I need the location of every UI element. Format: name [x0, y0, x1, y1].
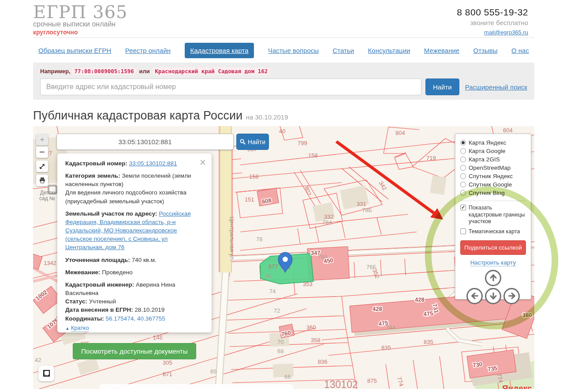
map-label: 130102 [324, 379, 358, 389]
map-label: 74А [386, 324, 396, 331]
map-label: 875 [367, 377, 377, 384]
area-label: Уточненная площадь: [65, 257, 130, 263]
email-link[interactable]: mail@egrp365.ru [484, 29, 528, 36]
arrow-right-icon [507, 291, 516, 300]
base-layer-option[interactable]: Карта 2GIS [460, 155, 526, 164]
measure-button[interactable] [38, 366, 54, 381]
map-label: 65 [210, 368, 216, 375]
map-label: Детски [40, 190, 57, 196]
nav-item[interactable]: Образец выписки ЕГРН [38, 47, 111, 54]
map-label: сад № [39, 195, 55, 202]
zoom-out-button[interactable]: − [36, 146, 48, 158]
base-layer-label: Спутник Яндекс [469, 173, 513, 179]
radio-icon [460, 182, 466, 187]
expand-icon [39, 163, 45, 170]
base-layer-label: OpenStreetMap [469, 164, 511, 171]
map-label: 74 [269, 288, 276, 295]
arrow-left-icon [470, 291, 479, 300]
land-use-value: Для ведения личного подсобного хозяйства… [65, 189, 186, 204]
base-layer-option[interactable]: Спутник Google [460, 180, 526, 189]
base-layer-label: Карта Google [469, 148, 505, 154]
overlay-option[interactable]: Тематическая карта [460, 228, 526, 235]
address-search-input[interactable] [40, 78, 421, 95]
base-layer-option[interactable]: Спутник Яндекс [460, 172, 526, 180]
configure-map-link[interactable]: Настроить карту [470, 259, 516, 266]
pan-right-button[interactable] [503, 288, 520, 304]
view-documents-button[interactable]: Посмотреть доступные документы [73, 343, 196, 359]
contact-block: 8 800 555-19-32 звоните бесплатно mail@e… [457, 3, 534, 36]
zoom-in-button[interactable]: + [36, 134, 48, 146]
map-label: 735 [487, 365, 498, 373]
parcel-info-popup: ✕ Кадастровый номер: 33:05:130102:881 Ка… [57, 153, 212, 332]
map-label: 158 [308, 152, 318, 159]
print-button[interactable] [36, 175, 48, 186]
search-icon [240, 139, 246, 145]
coords-link[interactable]: 56.175474, 40.367755 [106, 315, 165, 322]
close-icon[interactable]: ✕ [199, 157, 206, 169]
nav-item[interactable]: Консультации [368, 47, 410, 54]
base-layer-option[interactable]: OpenStreetMap [460, 164, 526, 172]
arrow-up-icon [489, 273, 498, 282]
map-label: 78Б [362, 207, 372, 213]
map-label: 719 [426, 155, 436, 161]
base-layer-label: Спутник Bing [469, 190, 505, 196]
page-title-date: на 30.10.2019 [246, 113, 288, 121]
overlay-list: ✓Показать кадастровые границы участковТе… [460, 205, 526, 235]
nav-item[interactable]: О нас [511, 47, 529, 54]
base-layer-option[interactable]: Спутник Bing [460, 189, 526, 197]
map-label: 358 [311, 337, 321, 343]
radio-icon [460, 157, 466, 162]
map-label: 66 [284, 373, 291, 380]
map-label: 730 [472, 361, 483, 369]
collapse-link[interactable]: Кратко [71, 325, 89, 332]
logo[interactable]: ЕГРП 365 срочные выписки онлайн круглосу… [33, 3, 128, 36]
advanced-search-link[interactable]: Расширенный поиск [465, 83, 527, 91]
base-layer-label: Спутник Google [469, 181, 512, 188]
map-label: 428 [415, 296, 425, 303]
nav-item[interactable]: Межевание [424, 47, 459, 54]
map-label: 799 [298, 140, 307, 146]
hint-prefix: Например, [40, 68, 71, 75]
pan-left-button[interactable] [466, 288, 483, 304]
nav-item[interactable]: Статьи [333, 47, 354, 54]
cad-number-label: Кадастровый номер: [65, 160, 127, 167]
area-value: 740 кв.м. [132, 257, 157, 263]
phone-note: звоните бесплатно [457, 19, 528, 26]
nav-item[interactable]: Реестр онлайн [125, 47, 171, 54]
base-layer-option[interactable]: Карта Яндекс [460, 138, 526, 147]
main-nav: Образец выписки ЕГРНРеестр онлайнКадастр… [33, 38, 534, 63]
nav-item[interactable]: Отзывы [473, 47, 498, 54]
logo-badge: круглосуточно [33, 29, 128, 36]
map-label: 76 [265, 273, 271, 280]
page-root: ЕГРП 365 срочные выписки онлайн круглосу… [33, 0, 534, 389]
fullscreen-button[interactable] [36, 161, 48, 172]
map-label: 42 [35, 357, 41, 363]
cad-number-link[interactable]: 33:05:130102:881 [129, 160, 177, 167]
overlay-option[interactable]: ✓Показать кадастровые границы участков [460, 205, 526, 225]
coords-label: Координаты: [65, 315, 104, 322]
radio-icon [460, 140, 466, 146]
hint-or: или [139, 68, 150, 75]
radio-icon [460, 173, 466, 179]
hint-code-cadastral: 77:08:0009005:1596 [72, 67, 136, 75]
map-label: 151 [245, 196, 254, 203]
map-container[interactable]: 1227567407991581588680460471934280715160… [33, 126, 534, 389]
nav-item[interactable]: Кадастровая карта [185, 43, 254, 58]
pan-down-button[interactable] [485, 288, 501, 304]
map-label: 40 [279, 128, 285, 134]
base-layer-option[interactable]: Карта Google [460, 147, 526, 155]
checkbox-icon: ✓ [460, 205, 466, 210]
find-button[interactable]: Найти [425, 78, 459, 95]
share-link-button[interactable]: Поделиться ссылкой [460, 240, 526, 255]
map-label: 871 [163, 371, 172, 377]
map-label: 68 [277, 348, 283, 355]
pan-up-button[interactable] [485, 270, 501, 286]
map-search-input[interactable]: 33:05:130102:881 [56, 134, 234, 150]
map-label: 380 [522, 312, 532, 318]
nav-item[interactable]: Частые вопросы [268, 47, 319, 54]
search-hint: Например, 77:08:0009005:1596 или Краснод… [40, 68, 527, 75]
map-find-button[interactable]: Найти [236, 134, 269, 150]
site-header: ЕГРП 365 срочные выписки онлайн круглосу… [33, 0, 534, 38]
phone-number: 8 800 555-19-32 [457, 7, 528, 18]
survey-label: Межевание: [65, 269, 101, 276]
